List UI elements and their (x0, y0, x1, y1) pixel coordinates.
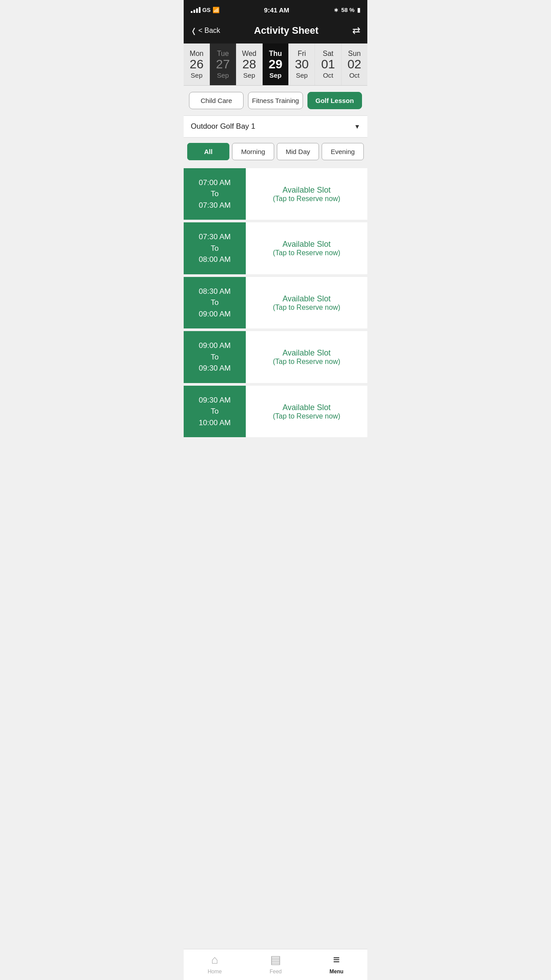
day-name: Mon (190, 50, 204, 58)
slot-available-text: Available Slot (283, 240, 331, 249)
calendar-day-thu-29[interactable]: Thu 29 Sep (263, 43, 289, 85)
carrier-label: GS (202, 7, 211, 13)
slot-item-slot-1[interactable]: 07:00 AM To 07:30 AM Available Slot (Tap… (184, 168, 367, 220)
slot-time: 09:30 AM To 10:00 AM (184, 386, 246, 438)
slot-time-start: 07:00 AM (199, 177, 231, 189)
day-num: 01 (321, 58, 335, 71)
dropdown-arrow-icon: ▼ (354, 123, 360, 130)
slot-time: 08:30 AM To 09:00 AM (184, 277, 246, 329)
day-name: Tue (217, 50, 229, 58)
swap-icon[interactable]: ⇄ (352, 25, 360, 36)
time-filter-bar: AllMorningMid DayEvening (184, 138, 367, 166)
day-num: 02 (347, 58, 361, 71)
category-button-child-care[interactable]: Child Care (189, 92, 244, 109)
slot-content: Available Slot (Tap to Reserve now) (246, 331, 367, 383)
slot-time-end: 10:00 AM (199, 417, 231, 429)
calendar-day-tue-27[interactable]: Tue 27 Sep (210, 43, 236, 85)
slot-available-text: Available Slot (283, 294, 331, 304)
time-filter-midday[interactable]: Mid Day (277, 143, 319, 160)
slot-time-to: To (211, 352, 219, 363)
day-month: Sep (243, 71, 255, 79)
day-month: Sep (217, 71, 229, 79)
slot-tap-text: (Tap to Reserve now) (273, 358, 340, 366)
slot-time: 07:00 AM To 07:30 AM (184, 168, 246, 220)
calendar-day-wed-28[interactable]: Wed 28 Sep (236, 43, 263, 85)
slot-time-end: 09:30 AM (199, 363, 231, 374)
day-name: Thu (269, 50, 282, 58)
slot-content: Available Slot (Tap to Reserve now) (246, 386, 367, 438)
location-dropdown[interactable]: Outdoor Golf Bay 1 ▼ (184, 115, 367, 138)
day-name: Sat (323, 50, 334, 58)
day-name: Wed (242, 50, 256, 58)
back-chevron-icon: ❬ (191, 27, 197, 35)
slot-available-text: Available Slot (283, 348, 331, 358)
day-name: Sun (348, 50, 361, 58)
status-right: ∗ 58 % ▮ (334, 7, 360, 13)
slot-content: Available Slot (Tap to Reserve now) (246, 277, 367, 329)
category-bar: Child CareFitness TrainingGolf Lesson (184, 86, 367, 115)
calendar-strip: Mon 26 Sep Tue 27 Sep Wed 28 Sep Thu 29 … (184, 43, 367, 86)
back-label: < Back (198, 27, 220, 35)
slot-time: 09:00 AM To 09:30 AM (184, 331, 246, 383)
slot-tap-text: (Tap to Reserve now) (273, 195, 340, 203)
category-button-fitness-training[interactable]: Fitness Training (248, 92, 303, 109)
slot-time-start: 09:30 AM (199, 395, 231, 406)
day-num: 30 (295, 58, 309, 71)
slot-item-slot-3[interactable]: 08:30 AM To 09:00 AM Available Slot (Tap… (184, 277, 367, 329)
calendar-day-fri-30[interactable]: Fri 30 Sep (289, 43, 315, 85)
slot-time-start: 09:00 AM (199, 340, 231, 352)
day-month: Sep (191, 71, 203, 79)
back-button[interactable]: ❬ < Back (191, 27, 220, 35)
time-filter-morning[interactable]: Morning (232, 143, 274, 160)
slot-content: Available Slot (Tap to Reserve now) (246, 222, 367, 274)
slot-time-to: To (211, 406, 219, 417)
header: ❬ < Back Activity Sheet ⇄ (184, 20, 367, 43)
calendar-day-sun-02[interactable]: Sun 02 Oct (342, 43, 367, 85)
slot-available-text: Available Slot (283, 186, 331, 195)
slot-item-slot-2[interactable]: 07:30 AM To 08:00 AM Available Slot (Tap… (184, 222, 367, 274)
slot-item-slot-5[interactable]: 09:30 AM To 10:00 AM Available Slot (Tap… (184, 386, 367, 438)
slot-content: Available Slot (Tap to Reserve now) (246, 168, 367, 220)
slot-time-to: To (211, 297, 219, 308)
slot-time-start: 08:30 AM (199, 286, 231, 297)
slot-time-to: To (211, 243, 219, 254)
status-time: 9:41 AM (264, 6, 289, 14)
slot-time: 07:30 AM To 08:00 AM (184, 222, 246, 274)
category-button-golf-lesson[interactable]: Golf Lesson (307, 92, 362, 109)
bluetooth-icon: ∗ (334, 7, 338, 13)
slot-time-end: 08:00 AM (199, 254, 231, 265)
location-text: Outdoor Golf Bay 1 (191, 122, 256, 131)
slot-available-text: Available Slot (283, 403, 331, 412)
slot-time-end: 09:00 AM (199, 308, 231, 320)
wifi-icon: 📶 (213, 7, 220, 13)
day-num: 29 (268, 58, 282, 71)
day-num: 26 (190, 58, 204, 71)
battery-label: 58 % (341, 7, 354, 13)
day-month: Oct (349, 71, 359, 79)
status-left: GS 📶 (191, 7, 220, 13)
slot-time-end: 07:30 AM (199, 200, 231, 211)
slot-item-slot-4[interactable]: 09:00 AM To 09:30 AM Available Slot (Tap… (184, 331, 367, 383)
slot-time-start: 07:30 AM (199, 231, 231, 243)
day-month: Sep (296, 71, 308, 79)
day-name: Fri (298, 50, 306, 58)
calendar-day-mon-26[interactable]: Mon 26 Sep (184, 43, 210, 85)
signal-bars (191, 7, 201, 13)
slot-list: 07:00 AM To 07:30 AM Available Slot (Tap… (184, 168, 367, 476)
status-bar: GS 📶 9:41 AM ∗ 58 % ▮ (184, 0, 367, 20)
slot-time-to: To (211, 188, 219, 200)
slot-tap-text: (Tap to Reserve now) (273, 304, 340, 312)
battery-icon: ▮ (357, 7, 360, 13)
calendar-day-sat-01[interactable]: Sat 01 Oct (315, 43, 341, 85)
slot-tap-text: (Tap to Reserve now) (273, 412, 340, 420)
time-filter-all[interactable]: All (187, 143, 229, 160)
slot-tap-text: (Tap to Reserve now) (273, 249, 340, 257)
day-num: 28 (242, 58, 256, 71)
day-month: Oct (323, 71, 333, 79)
page-title: Activity Sheet (254, 25, 319, 36)
day-num: 27 (216, 58, 230, 71)
time-filter-evening[interactable]: Evening (322, 143, 364, 160)
day-month: Sep (269, 71, 282, 79)
